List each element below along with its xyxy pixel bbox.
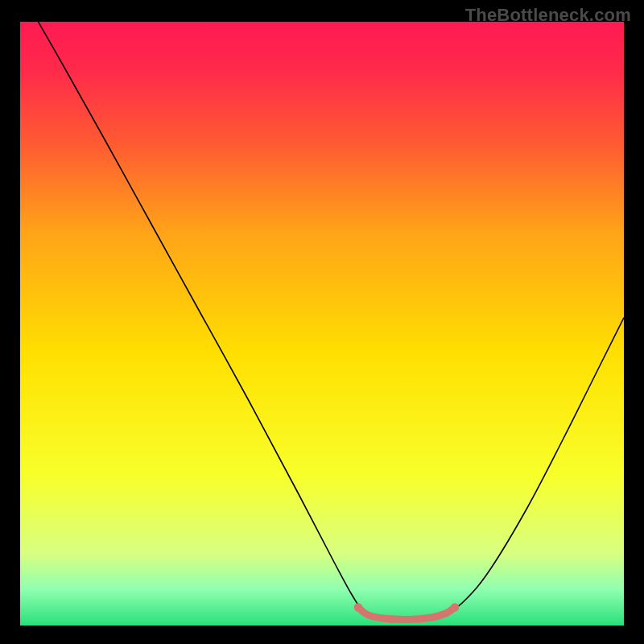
chart-background: [20, 22, 624, 625]
chart-plot: [20, 22, 624, 625]
optimal-dot-left: [354, 603, 362, 611]
optimal-dot-right: [451, 603, 459, 611]
chart-frame: TheBottleneck.com: [0, 0, 644, 644]
